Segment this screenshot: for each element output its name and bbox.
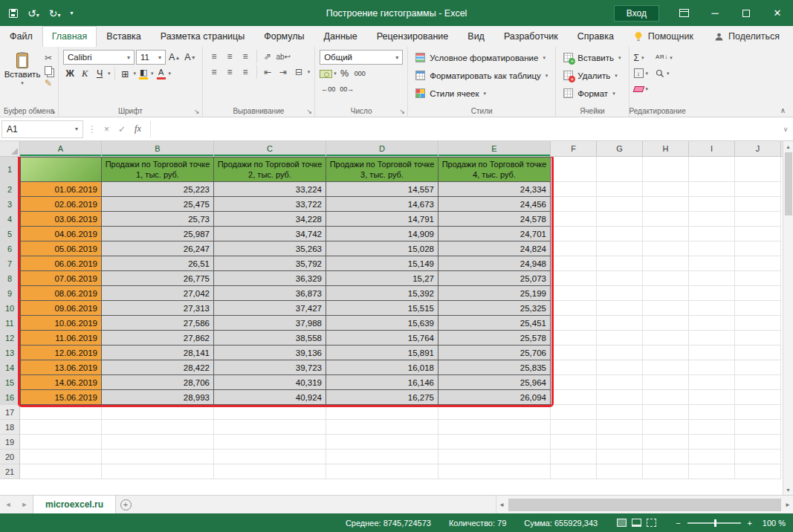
row-header-12[interactable]: 12: [0, 331, 20, 346]
number-format-select[interactable]: Общий▾: [320, 50, 403, 65]
percent-style-button[interactable]: %: [338, 67, 352, 80]
cell-G20[interactable]: [597, 450, 643, 464]
cell-E13[interactable]: 25,706: [438, 346, 551, 360]
cell-G21[interactable]: [597, 464, 643, 479]
cell-D9[interactable]: 15,392: [326, 286, 438, 301]
borders-dropdown-icon[interactable]: ▾: [134, 71, 137, 77]
scroll-up-icon[interactable]: ▲: [783, 141, 793, 152]
cell-F19[interactable]: [551, 435, 597, 450]
cell-F12[interactable]: [551, 331, 597, 346]
cell-G13[interactable]: [597, 346, 643, 360]
cell-I18[interactable]: [689, 420, 735, 435]
cell-G8[interactable]: [597, 271, 643, 286]
cell-J8[interactable]: [735, 271, 781, 286]
column-header-J[interactable]: J: [735, 141, 781, 156]
cell-I12[interactable]: [689, 331, 735, 346]
borders-icon[interactable]: ⊞: [119, 67, 132, 80]
cell-H17[interactable]: [643, 405, 689, 420]
cell-A7[interactable]: 06.06.2019: [20, 256, 102, 271]
cell-H13[interactable]: [643, 346, 689, 360]
sheet-nav-left-icon[interactable]: ◄: [0, 496, 16, 513]
scroll-down-icon[interactable]: ▼: [783, 484, 793, 495]
cell-B15[interactable]: 28,706: [102, 375, 214, 390]
cell-B11[interactable]: 27,586: [102, 316, 214, 331]
cell-I9[interactable]: [689, 286, 735, 301]
format-cells-button[interactable]: Формат▾: [560, 85, 624, 101]
cell-G6[interactable]: [597, 241, 643, 256]
format-as-table-button[interactable]: Форматировать как таблицу▾: [412, 68, 551, 83]
format-painter-icon[interactable]: ✎: [45, 78, 52, 88]
decrease-font-icon[interactable]: А▼: [183, 51, 197, 64]
cell-B14[interactable]: 28,422: [102, 360, 214, 375]
cell-E7[interactable]: 24,948: [438, 256, 551, 271]
font-color-icon[interactable]: А: [155, 68, 167, 80]
cell-H11[interactable]: [643, 316, 689, 331]
decrease-indent-icon[interactable]: ⇤: [261, 65, 275, 79]
cell-A17[interactable]: [20, 405, 102, 420]
cell-H1[interactable]: [643, 157, 689, 182]
vertical-scroll-thumb[interactable]: [785, 152, 792, 215]
cell-J21[interactable]: [735, 464, 781, 479]
ribbon-tab-0[interactable]: Файл: [0, 26, 42, 47]
cell-F14[interactable]: [551, 360, 597, 375]
row-header-2[interactable]: 2: [0, 182, 20, 197]
cell-G17[interactable]: [597, 405, 643, 420]
minimize-button[interactable]: ─: [699, 0, 731, 26]
row-header-14[interactable]: 14: [0, 360, 20, 375]
cell-B4[interactable]: 25,73: [102, 212, 214, 227]
ribbon-tab-5[interactable]: Данные: [314, 26, 367, 47]
formula-input[interactable]: [151, 117, 778, 140]
underline-dropdown-icon[interactable]: ▾: [108, 71, 111, 77]
align-bottom-icon[interactable]: ≡: [239, 50, 253, 63]
normal-view-icon[interactable]: [617, 519, 627, 527]
cell-A19[interactable]: [20, 435, 102, 450]
cell-J18[interactable]: [735, 420, 781, 435]
cell-A6[interactable]: 05.06.2019: [20, 241, 102, 256]
cell-H15[interactable]: [643, 375, 689, 390]
cell-B1[interactable]: Продажи по Торговой точке 1, тыс. руб.: [102, 157, 214, 182]
row-header-21[interactable]: 21: [0, 464, 20, 479]
fill-color-icon[interactable]: ◧: [137, 68, 149, 80]
column-header-B[interactable]: B: [102, 141, 214, 156]
cell-J1[interactable]: [735, 157, 781, 182]
add-sheet-button[interactable]: +: [116, 496, 135, 513]
cell-I7[interactable]: [689, 256, 735, 271]
cell-D6[interactable]: 15,028: [326, 241, 438, 256]
cell-G19[interactable]: [597, 435, 643, 450]
cell-H12[interactable]: [643, 331, 689, 346]
cell-B6[interactable]: 26,247: [102, 241, 214, 256]
increase-decimal-icon[interactable]: ←00: [320, 82, 337, 96]
cell-H2[interactable]: [643, 182, 689, 197]
cell-C20[interactable]: [214, 450, 326, 464]
cell-I13[interactable]: [689, 346, 735, 360]
cell-E16[interactable]: 26,094: [438, 390, 551, 405]
cell-D5[interactable]: 14,909: [326, 227, 438, 241]
cell-E12[interactable]: 25,578: [438, 331, 551, 346]
cell-C1[interactable]: Продажи по Торговой точке 2, тыс. руб.: [214, 157, 326, 182]
cell-F21[interactable]: [551, 464, 597, 479]
row-header-4[interactable]: 4: [0, 212, 20, 227]
italic-button[interactable]: К: [78, 67, 91, 80]
cell-B19[interactable]: [102, 435, 214, 450]
cell-J14[interactable]: [735, 360, 781, 375]
cell-D1[interactable]: Продажи по Торговой точке 3, тыс. руб.: [326, 157, 438, 182]
undo-icon[interactable]: ↺▾: [27, 8, 39, 19]
cell-H14[interactable]: [643, 360, 689, 375]
cell-B13[interactable]: 28,141: [102, 346, 214, 360]
font-color-dropdown-icon[interactable]: ▾: [169, 71, 172, 77]
cell-C11[interactable]: 37,988: [214, 316, 326, 331]
collapse-ribbon-icon[interactable]: ∧: [780, 106, 786, 114]
cell-E18[interactable]: [438, 420, 551, 435]
cell-D8[interactable]: 15,27: [326, 271, 438, 286]
cell-H10[interactable]: [643, 301, 689, 316]
cell-H21[interactable]: [643, 464, 689, 479]
cell-I14[interactable]: [689, 360, 735, 375]
column-header-I[interactable]: I: [689, 141, 735, 156]
cell-F15[interactable]: [551, 375, 597, 390]
cell-C13[interactable]: 39,136: [214, 346, 326, 360]
cell-B2[interactable]: 25,223: [102, 182, 214, 197]
zoom-in-icon[interactable]: +: [748, 519, 752, 528]
cell-I15[interactable]: [689, 375, 735, 390]
cell-G10[interactable]: [597, 301, 643, 316]
save-icon[interactable]: [9, 9, 18, 18]
